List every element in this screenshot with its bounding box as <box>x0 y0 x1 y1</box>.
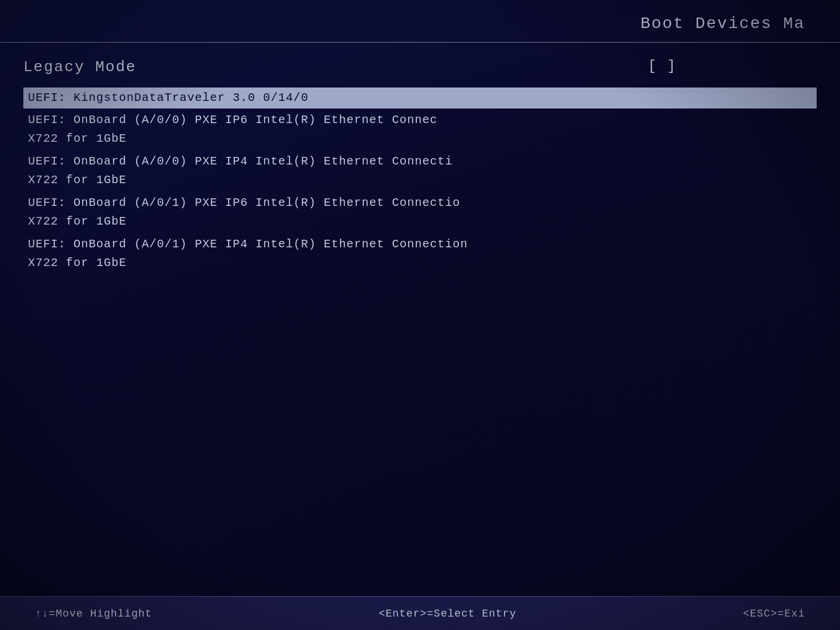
main-content: Legacy Mode UEFI: KingstonDataTraveler 3… <box>0 47 840 595</box>
select-entry-label: <Enter>=Select Entry <box>379 608 516 620</box>
header-divider <box>0 42 840 43</box>
boot-entry-5[interactable]: UEFI: OnBoard (A/0/1) PXE IP4 Intel(R) E… <box>23 234 817 255</box>
esc-label: <ESC>=Exi <box>743 608 805 620</box>
boot-entry-2-line2: X722 for 1GbE <box>23 132 817 148</box>
boot-list: UEFI: KingstonDataTraveler 3.0 0/14/0 UE… <box>23 88 817 272</box>
section-title: Legacy Mode <box>23 58 817 76</box>
boot-entry-4-line2: X722 for 1GbE <box>23 215 817 230</box>
status-bar: ↑↓=Move Highlight <Enter>=Select Entry <… <box>0 596 840 630</box>
boot-entry-5-line2: X722 for 1GbE <box>23 256 817 272</box>
boot-entry-2[interactable]: UEFI: OnBoard (A/0/0) PXE IP6 Intel(R) E… <box>23 110 817 131</box>
move-highlight-label: ↑↓=Move Highlight <box>35 608 152 620</box>
boot-entry-1[interactable]: UEFI: KingstonDataTraveler 3.0 0/14/0 <box>23 88 817 108</box>
header-title: Boot Devices Ma <box>640 15 805 33</box>
boot-entry-4[interactable]: UEFI: OnBoard (A/0/1) PXE IP6 Intel(R) E… <box>23 192 817 214</box>
bios-screen: Boot Devices Ma [ ] Legacy Mode UEFI: Ki… <box>0 0 840 630</box>
header-area: Boot Devices Ma <box>0 0 840 47</box>
boot-entry-3-line2: X722 for 1GbE <box>23 173 817 189</box>
boot-entry-3[interactable]: UEFI: OnBoard (A/0/0) PXE IP4 Intel(R) E… <box>23 151 817 172</box>
